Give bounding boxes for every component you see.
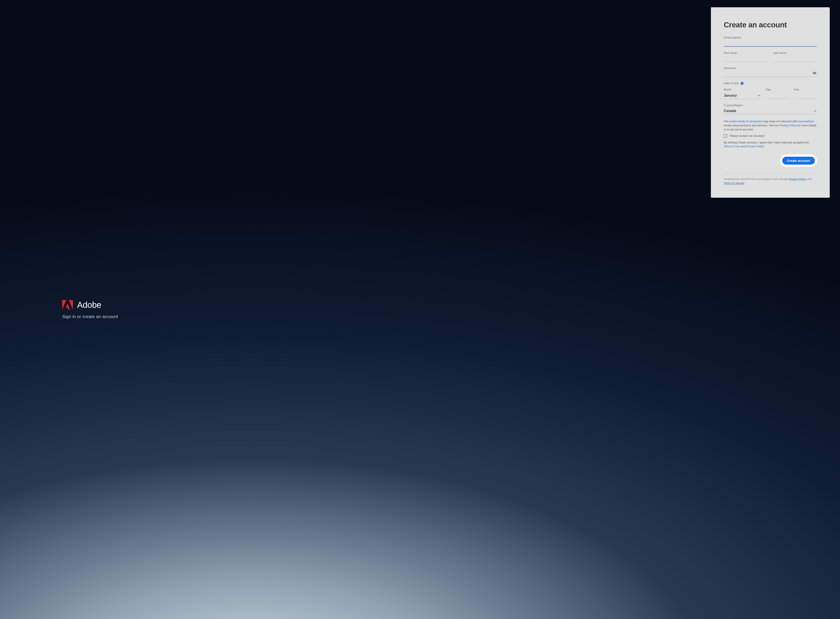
- brand-row: Adobe: [62, 300, 840, 310]
- recaptcha-notice: Protected by reCAPTCHA and subject to th…: [724, 177, 817, 185]
- marketing-disclosure: The Adobe family of companies may keep m…: [724, 120, 817, 132]
- marketing-text: may keep me informed with: [762, 120, 798, 123]
- password-field-group: Password: [724, 66, 817, 77]
- last-name-input[interactable]: [773, 55, 817, 62]
- submit-highlight: Create account: [780, 154, 817, 167]
- toggle-password-visibility-button[interactable]: [812, 71, 817, 76]
- modal-title: Create an account: [724, 21, 817, 29]
- google-tos-link[interactable]: Terms of Service: [724, 181, 744, 185]
- agree-text: By clicking Create account, I agree that…: [724, 141, 809, 144]
- country-select[interactable]: [724, 108, 817, 114]
- svg-marker-2: [66, 304, 70, 310]
- create-account-button[interactable]: Create account: [782, 157, 815, 164]
- privacy-policy-link[interactable]: Privacy Policy: [746, 145, 764, 148]
- adobe-companies-link[interactable]: Adobe family of companies: [729, 120, 762, 123]
- svg-marker-0: [62, 300, 66, 310]
- year-label: Year: [794, 88, 817, 91]
- last-name-label: Last name: [773, 51, 817, 54]
- day-field-group: Day: [765, 88, 789, 99]
- country-field-group: Country/Region: [724, 104, 817, 114]
- terms-of-use-link[interactable]: Terms of Use: [724, 145, 740, 148]
- first-name-label: First name: [724, 51, 768, 54]
- country-label: Country/Region: [724, 104, 817, 107]
- adobe-logo-icon: [62, 300, 73, 310]
- last-name-field-group: Last name: [773, 51, 817, 62]
- agree-disclosure: By clicking Create account, I agree that…: [724, 141, 817, 149]
- password-input[interactable]: [724, 70, 817, 77]
- email-label: Email address: [724, 36, 817, 39]
- marketing-text: emails about products and services. See …: [724, 124, 779, 127]
- eye-off-icon: [812, 73, 817, 76]
- brand-subtitle: Sign in or create an account: [62, 314, 840, 319]
- contact-email-label: Please contact me via email: [730, 134, 764, 138]
- privacy-policy-link[interactable]: Privacy Policy: [779, 124, 797, 127]
- password-label: Password: [724, 66, 817, 70]
- contact-checkbox-row: Please contact me via email: [724, 134, 817, 138]
- dob-section-label: Date of birth i: [724, 82, 817, 85]
- personalized-link[interactable]: personalized: [798, 120, 814, 123]
- brand-name: Adobe: [77, 300, 101, 310]
- recaptcha-text: Protected by reCAPTCHA and subject to th…: [724, 177, 789, 181]
- month-field-group: Month: [724, 88, 761, 99]
- first-name-input[interactable]: [724, 55, 768, 62]
- day-label: Day: [765, 88, 789, 91]
- footer-divider: [724, 173, 817, 173]
- first-name-field-group: First name: [724, 51, 768, 62]
- month-label: Month: [724, 88, 761, 91]
- agree-text: .: [763, 145, 764, 148]
- name-row: First name Last name: [724, 51, 817, 62]
- dob-row: Month Day Year: [724, 88, 817, 99]
- agree-text: and: [740, 145, 746, 148]
- month-select[interactable]: [724, 92, 761, 99]
- dob-label-text: Date of birth: [724, 82, 739, 85]
- signup-modal: Create an account Email address First na…: [711, 7, 830, 198]
- recaptcha-text: .: [744, 181, 745, 185]
- email-input[interactable]: [724, 40, 817, 46]
- google-privacy-link[interactable]: Privacy Policy: [789, 177, 806, 181]
- contact-email-checkbox[interactable]: [724, 134, 727, 138]
- year-field-group: Year: [794, 88, 817, 99]
- recaptcha-text: and: [806, 177, 812, 181]
- info-icon[interactable]: i: [741, 82, 744, 85]
- marketing-text: The: [724, 120, 729, 123]
- email-field-group: Email address: [724, 36, 817, 46]
- svg-marker-1: [69, 300, 73, 310]
- year-input[interactable]: [794, 92, 817, 99]
- day-input[interactable]: [765, 92, 789, 99]
- submit-row: Create account: [724, 154, 817, 167]
